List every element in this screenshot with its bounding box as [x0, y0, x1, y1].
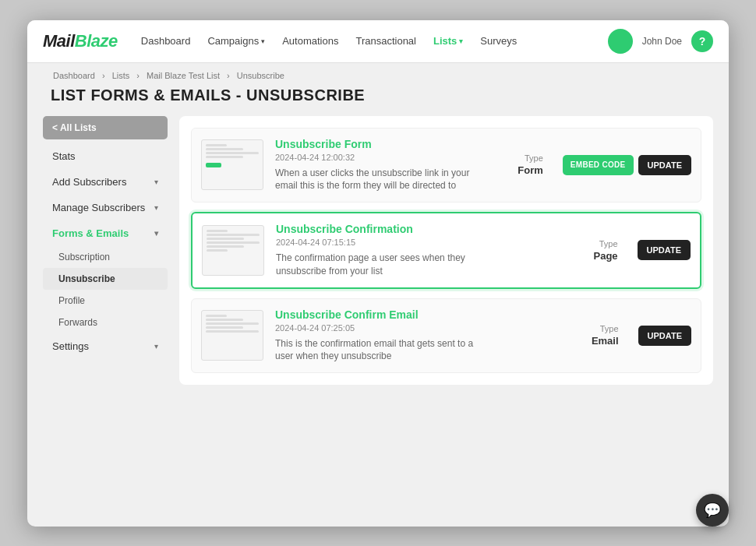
form-title-3[interactable]: Unsubscribe Confirm Email: [275, 308, 553, 321]
form-title-2[interactable]: Unsubscribe Confirmation: [276, 223, 552, 235]
manage-subscribers-chevron-icon: ▾: [154, 203, 158, 212]
type-label-3: Type: [564, 324, 619, 333]
form-card-unsubscribe-confirmation: Unsubscribe Confirmation 2024-04-24 07:1…: [191, 212, 701, 289]
form-desc-3: This is the confirmation email that gets…: [275, 337, 493, 364]
nav-automations[interactable]: Automations: [282, 35, 338, 47]
user-name: John Doe: [642, 36, 682, 47]
form-desc-1: When a user clicks the unsubscribe link …: [275, 167, 477, 193]
add-subscribers-chevron-icon: ▾: [154, 178, 158, 186]
app-window: MailBlaze Dashboard Campaigns ▾ Automati…: [27, 20, 729, 527]
logo-highlight: Blaze: [75, 31, 118, 51]
navbar: MailBlaze Dashboard Campaigns ▾ Automati…: [27, 20, 729, 63]
update-button-2[interactable]: UPDATE: [638, 240, 691, 260]
sidebar: < All Lists Stats Add Subscribers ▾ Mana…: [43, 116, 168, 386]
form-actions-3: UPDATE: [638, 326, 691, 346]
nav-right: John Doe ?: [608, 29, 713, 54]
content-area: < All Lists Stats Add Subscribers ▾ Mana…: [27, 116, 729, 401]
chat-button[interactable]: 💬: [696, 494, 729, 527]
form-actions-1: EMBED CODE UPDATE: [563, 155, 691, 175]
form-info-2: Unsubscribe Confirmation 2024-04-24 07:1…: [276, 223, 552, 278]
breadcrumb-bar: Dashboard › Lists › Mail Blaze Test List…: [27, 63, 729, 80]
breadcrumb-list-name[interactable]: Mail Blaze Test List: [147, 71, 220, 80]
form-info-3: Unsubscribe Confirm Email 2024-04-24 07:…: [275, 308, 553, 364]
form-card-unsubscribe-form: Unsubscribe Form 2024-04-24 12:00:32 Whe…: [191, 128, 701, 203]
form-thumbnail-3: [201, 310, 263, 361]
form-date-1: 2024-04-24 12:00:32: [275, 153, 477, 162]
nav-lists[interactable]: Lists ▾: [433, 35, 463, 47]
type-value-3: Email: [564, 335, 619, 347]
sidebar-back-button[interactable]: < All Lists: [43, 116, 168, 139]
form-thumbnail-2: [202, 225, 264, 276]
form-card-unsubscribe-confirm-email: Unsubscribe Confirm Email 2024-04-24 07:…: [191, 298, 701, 374]
sidebar-item-settings[interactable]: Settings ▾: [43, 333, 168, 359]
breadcrumb-dashboard[interactable]: Dashboard: [53, 71, 95, 80]
nav-surveys[interactable]: Surveys: [480, 35, 517, 47]
forms-emails-chevron-icon: ▾: [154, 229, 158, 238]
main-content: Unsubscribe Form 2024-04-24 12:00:32 Whe…: [179, 116, 713, 386]
nav-transactional[interactable]: Transactional: [355, 35, 416, 47]
breadcrumb-lists[interactable]: Lists: [112, 71, 130, 80]
form-type-2: Type Page: [563, 239, 618, 262]
form-type-3: Type Email: [564, 324, 619, 347]
logo: MailBlaze: [43, 31, 118, 51]
sidebar-sub-profile[interactable]: Profile: [43, 290, 168, 312]
lists-chevron-icon: ▾: [459, 37, 463, 45]
nav-campaigns[interactable]: Campaigns ▾: [207, 35, 265, 47]
sidebar-item-add-subscribers[interactable]: Add Subscribers ▾: [43, 169, 168, 195]
sidebar-item-forms-emails[interactable]: Forms & Emails ▾: [43, 220, 168, 246]
type-value-2: Page: [563, 250, 618, 262]
help-button[interactable]: ?: [691, 30, 713, 52]
form-title-1[interactable]: Unsubscribe Form: [275, 138, 477, 150]
update-button-1[interactable]: UPDATE: [638, 155, 691, 175]
form-thumbnail-1: [201, 139, 263, 190]
update-button-3[interactable]: UPDATE: [638, 326, 691, 346]
sidebar-sub-subscription[interactable]: Subscription: [43, 246, 168, 268]
nav-dashboard[interactable]: Dashboard: [141, 35, 191, 47]
page-title-area: LIST FORMS & EMAILS - UNSUBSCRIBE: [27, 80, 729, 116]
settings-chevron-icon: ▾: [154, 342, 158, 350]
embed-code-button[interactable]: EMBED CODE: [563, 155, 634, 175]
sidebar-sub-forwards[interactable]: Forwards: [43, 312, 168, 333]
avatar: [608, 29, 633, 54]
sidebar-item-stats[interactable]: Stats: [43, 143, 168, 169]
form-desc-2: The confirmation page a user sees when t…: [276, 252, 494, 278]
breadcrumb: Dashboard › Lists › Mail Blaze Test List…: [51, 71, 705, 80]
sidebar-item-manage-subscribers[interactable]: Manage Subscribers ▾: [43, 195, 168, 220]
forms-container: Unsubscribe Form 2024-04-24 12:00:32 Whe…: [179, 116, 713, 386]
form-actions-2: UPDATE: [638, 240, 691, 260]
sidebar-sub-unsubscribe[interactable]: Unsubscribe: [43, 268, 168, 290]
breadcrumb-current: Unsubscribe: [237, 71, 284, 80]
form-date-3: 2024-04-24 07:25:05: [275, 323, 553, 333]
type-label-2: Type: [563, 239, 618, 248]
page-title: LIST FORMS & EMAILS - UNSUBSCRIBE: [51, 86, 705, 104]
form-type-1: Type Form: [489, 153, 543, 176]
form-info-1: Unsubscribe Form 2024-04-24 12:00:32 Whe…: [275, 138, 477, 193]
campaigns-chevron-icon: ▾: [261, 37, 265, 45]
type-label-1: Type: [489, 153, 543, 163]
type-value-1: Form: [489, 164, 543, 176]
form-date-2: 2024-04-24 07:15:15: [276, 238, 552, 247]
nav-links: Dashboard Campaigns ▾ Automations Transa…: [141, 35, 608, 47]
